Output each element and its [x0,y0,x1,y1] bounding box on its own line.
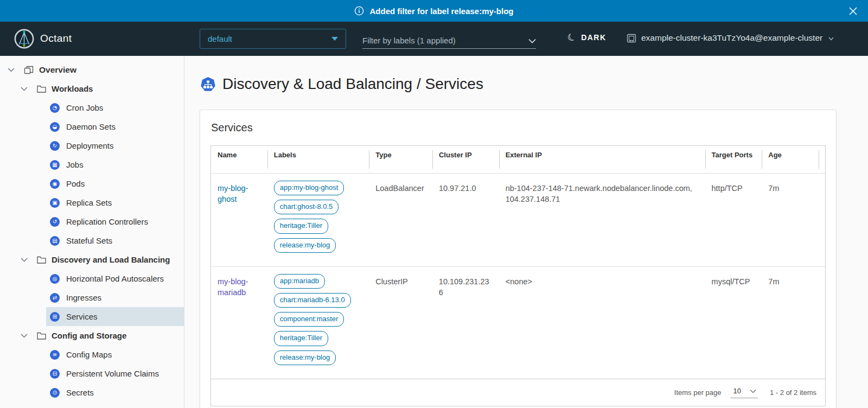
sidebar-item-label: Secrets [66,388,94,397]
service-link-my-blog-ghost[interactable]: my-blog-ghost [218,184,248,203]
deployments-icon: ↻ [50,141,60,151]
sidebar-item-workloads[interactable]: Workloads [0,79,184,98]
label-filter-dropdown[interactable]: Filter by labels (1 applied) [362,33,536,49]
folder-icon [37,332,46,340]
column-header-external-ip: External IP [499,146,705,173]
persistent-volume-claims-icon: ⊟ [50,369,60,379]
sidebar-item-secrets[interactable]: ⊙Secrets [0,383,184,402]
label-pill-app-mariadb[interactable]: app:mariadb [274,274,325,289]
sidebar-item-label: Discovery and Load Balancing [52,255,170,264]
pods-icon: ◉ [50,179,60,189]
sidebar-item-label: Stateful Sets [66,236,112,245]
sidebar-item-jobs[interactable]: ▦Jobs [0,155,184,174]
service-heptagon-icon [200,76,216,93]
info-circle-icon [354,6,364,16]
sidebar-item-deployments[interactable]: ↻Deployments [0,136,184,155]
cell-type: LoadBalancer [369,174,432,266]
sidebar-item-discovery-and-load-balancing[interactable]: Discovery and Load Balancing [0,250,184,269]
sidebar-item-label: Services [66,312,98,321]
sidebar-item-replica-sets[interactable]: ▣Replica Sets [0,193,184,212]
cell-cluster-ip: 10.97.21.0 [432,174,499,266]
banner-message: Added filter for label release:my-blog [369,7,513,16]
label-pill-chart-mariadb-6-13-0[interactable]: chart:mariadb-6.13.0 [274,293,351,308]
sidebar-item-label: Deployments [66,141,114,150]
pagination-range: 1 - 2 of 2 items [770,388,816,397]
sidebar-item-pods[interactable]: ◉Pods [0,174,184,193]
sidebar-item-config-maps[interactable]: ≡Config Maps [0,345,184,364]
folder-icon [37,85,46,93]
label-pill-heritage-tiller[interactable]: heritage:Tiller [274,219,328,233]
sidebar-item-label: Pods [66,179,85,188]
replica-sets-icon: ▣ [50,198,60,208]
label-pill-release-my-blog[interactable]: release:my-blog [274,350,336,365]
namespace-selected-value: default [208,34,232,43]
sidebar-item-daemon-sets[interactable]: ◒Daemon Sets [0,117,184,136]
cluster-context-dropdown[interactable]: example-cluster-ka3TuTzYo4a@example-clus… [627,33,834,43]
moon-icon: ☾ [566,31,578,43]
chevron-down-icon[interactable] [20,334,28,338]
sidebar-item-overview[interactable]: Overview [0,60,184,79]
sidebar-item-horizontal-pod-autoscalers[interactable]: ◎Horizontal Pod Autoscalers [0,269,184,288]
column-header-labels: Labels [267,146,369,173]
cell-external-ip: <none> [499,267,705,379]
column-header-filler [819,146,825,173]
sidebar-item-cron-jobs[interactable]: ◔Cron Jobs [0,98,184,117]
column-header-target-ports: Target Ports [705,146,762,173]
page-size-value: 10 [733,387,741,395]
sidebar-item-replication-controllers[interactable]: ↺Replication Controllers [0,212,184,231]
sidebar-item-stateful-sets[interactable]: ▤Stateful Sets [0,231,184,250]
horizontal-pod-autoscalers-icon: ◎ [50,274,60,284]
octant-logo-icon [14,29,34,51]
label-pill-release-my-blog[interactable]: release:my-blog [274,238,336,253]
table-row-my-blog-mariadb: my-blog-mariadbapp:mariadbchart:mariadb-… [211,266,825,379]
secrets-icon: ⊙ [50,388,60,398]
cell-age: 7m [762,174,819,266]
label-pill-chart-ghost-8-0-5[interactable]: chart:ghost-8.0.5 [274,200,339,214]
close-icon[interactable] [846,4,859,17]
column-header-age: Age [762,146,819,173]
sidebar-item-persistent-volume-claims[interactable]: ⊟Persistent Volume Claims [0,364,184,383]
table-header-row: NameLabelsTypeCluster IPExternal IPTarge… [211,146,825,173]
sidebar-item-label: Config and Storage [52,331,126,340]
label-pill-heritage-tiller[interactable]: heritage:Tiller [274,331,328,346]
chevron-down-icon[interactable] [20,258,28,262]
sidebar-item-label: Ingresses [66,293,101,302]
sidebar-item-label: Replica Sets [66,198,112,207]
sidebar-item-label: Jobs [66,160,84,169]
label-pill-component-master[interactable]: component:master [274,312,344,327]
caret-down-icon [331,37,338,41]
sidebar-item-ingresses[interactable]: ⇄Ingresses [0,288,184,307]
cell-type: ClusterIP [369,267,432,379]
sidebar-item-label: Persistent Volume Claims [66,369,159,378]
cell-filler [819,174,825,266]
services-card: Services NameLabelsTypeCluster IPExterna… [200,110,837,408]
table-footer: Items per page 10 1 - 2 of 2 items [211,379,825,406]
cell-cluster-ip: 10.109.231.236 [432,267,499,379]
cluster-context-value: example-cluster-ka3TuTzYo4a@example-clus… [641,33,822,43]
config-maps-icon: ≡ [50,350,60,360]
cell-name: my-blog-ghost [211,174,267,266]
info-banner: Added filter for label release:my-blog [0,0,868,22]
label-pill-app-my-blog-ghost[interactable]: app:my-blog-ghost [274,181,344,195]
sidebar-item-label: Cron Jobs [66,103,103,112]
cell-labels: app:mariadbchart:mariadb-6.13.0component… [267,267,369,379]
sidebar-item-label: Horizontal Pod Autoscalers [66,274,164,283]
page-size-select[interactable]: 10 [730,387,758,398]
theme-toggle[interactable]: ☾ DARK [567,33,607,42]
cell-filler [819,267,825,379]
sidebar-item-services[interactable]: ⊞Services [0,307,184,326]
items-per-page-label: Items per page [674,388,722,397]
cell-external-ip: nb-104-237-148-71.newark.nodebalancer.li… [499,174,705,266]
main-content: Discovery & Load Balancing / Services Se… [185,56,868,408]
cell-target-ports: mysql/TCP [705,267,762,379]
sidebar-item-config-and-storage[interactable]: Config and Storage [0,326,184,345]
card-title: Services [200,110,836,134]
cell-labels: app:my-blog-ghostchart:ghost-8.0.5herita… [267,174,369,266]
chevron-down-icon[interactable] [20,87,28,91]
sidebar-item-label: Replication Controllers [66,217,148,226]
cell-age: 7m [762,267,819,379]
service-link-my-blog-mariadb[interactable]: my-blog-mariadb [218,277,248,297]
namespace-dropdown[interactable]: default [200,29,346,49]
chevron-down-icon[interactable] [7,68,15,72]
sidebar-item-label: Config Maps [66,350,112,359]
